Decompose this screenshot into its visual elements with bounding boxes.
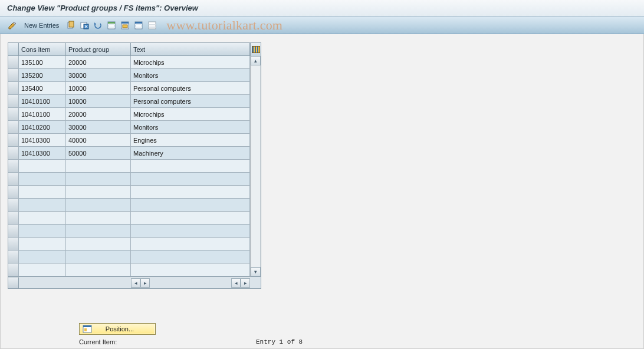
cell-cons-item[interactable]: 10410200 (19, 121, 66, 134)
cell-text[interactable]: Monitors (131, 69, 250, 82)
cell-cons-item[interactable]: 10410100 (19, 95, 66, 108)
cell-text[interactable]: Engines (131, 134, 250, 147)
table-footer: ◂ ▸ ◂ ▸ (8, 276, 261, 288)
undo-icon[interactable] (91, 19, 104, 32)
column-header-text[interactable]: Text (131, 43, 250, 56)
cell-product-group[interactable]: 20000 (66, 108, 131, 121)
row-selector[interactable] (8, 69, 19, 82)
cell-text[interactable] (131, 160, 250, 173)
cell-product-group[interactable] (66, 212, 131, 225)
cell-cons-item[interactable] (19, 173, 66, 186)
hscroll-left-fast-icon[interactable]: ◂ (131, 278, 140, 288)
cell-product-group[interactable] (66, 238, 131, 251)
cell-text[interactable]: Personal computers (131, 95, 250, 108)
cell-text[interactable]: Machinery (131, 147, 250, 160)
table-row (8, 173, 250, 186)
cell-product-group[interactable] (66, 186, 131, 199)
row-selector[interactable] (8, 121, 19, 134)
cell-cons-item[interactable] (19, 199, 66, 212)
cell-text[interactable]: Microchips (131, 108, 250, 121)
column-header-product-group[interactable]: Product group (66, 43, 131, 56)
cell-product-group[interactable]: 20000 (66, 56, 131, 69)
cell-product-group[interactable]: 30000 (66, 121, 131, 134)
cell-text[interactable] (131, 251, 250, 264)
select-block-icon[interactable] (119, 19, 132, 32)
row-selector[interactable] (8, 173, 19, 186)
cell-cons-item[interactable] (19, 160, 66, 173)
scroll-track[interactable] (251, 65, 261, 267)
cell-cons-item[interactable]: 10410100 (19, 108, 66, 121)
cell-product-group[interactable] (66, 251, 131, 264)
cell-text[interactable]: Monitors (131, 121, 250, 134)
select-all-icon[interactable] (105, 19, 118, 32)
copy-as-icon[interactable] (64, 19, 77, 32)
row-selector[interactable] (8, 264, 19, 276)
cell-cons-item[interactable]: 10410300 (19, 134, 66, 147)
cell-cons-item[interactable]: 10410300 (19, 147, 66, 160)
row-selector[interactable] (8, 82, 19, 95)
cell-cons-item[interactable] (19, 186, 66, 199)
select-all-column[interactable] (8, 43, 19, 56)
row-selector[interactable] (8, 56, 19, 69)
cell-cons-item[interactable] (19, 238, 66, 251)
content-area: Cons item Product group Text 13510020000… (0, 34, 644, 349)
table-row: 13540010000Personal computers (8, 82, 250, 95)
position-button[interactable]: Position... (79, 323, 156, 335)
cell-text[interactable] (131, 186, 250, 199)
table-configure-button[interactable] (250, 43, 261, 56)
row-selector[interactable] (8, 108, 19, 121)
hscroll-right-icon[interactable]: ◂ (231, 278, 241, 288)
cell-product-group[interactable] (66, 199, 131, 212)
cell-text[interactable] (131, 212, 250, 225)
cell-product-group[interactable]: 50000 (66, 147, 131, 160)
vertical-scrollbar[interactable]: ▴ ▾ (250, 56, 261, 276)
cell-product-group[interactable] (66, 225, 131, 238)
row-selector[interactable] (8, 147, 19, 160)
row-selector[interactable] (8, 199, 19, 212)
row-selector[interactable] (8, 160, 19, 173)
cell-cons-item[interactable] (19, 264, 66, 276)
cell-text[interactable] (131, 225, 250, 238)
position-area: Position... Current Item: Entry 1 of 8 (79, 323, 303, 345)
cell-cons-item[interactable] (19, 251, 66, 264)
cell-cons-item[interactable] (19, 212, 66, 225)
application-toolbar: New Entries www.tutorialkart.com (0, 17, 644, 34)
hscroll-left-icon[interactable]: ▸ (140, 278, 150, 288)
cell-text[interactable] (131, 238, 250, 251)
cell-product-group[interactable]: 40000 (66, 134, 131, 147)
cell-product-group[interactable]: 10000 (66, 95, 131, 108)
cell-product-group[interactable]: 30000 (66, 69, 131, 82)
hscroll-right-fast-icon[interactable]: ▸ (241, 278, 250, 288)
position-button-label: Position... (95, 325, 155, 332)
cell-text[interactable] (131, 199, 250, 212)
scroll-up-icon[interactable]: ▴ (251, 56, 261, 65)
cell-text[interactable] (131, 173, 250, 186)
row-selector[interactable] (8, 238, 19, 251)
cell-text[interactable]: Microchips (131, 56, 250, 69)
cell-cons-item[interactable]: 135400 (19, 82, 66, 95)
deselect-all-icon[interactable] (132, 19, 145, 32)
delete-icon[interactable] (78, 19, 91, 32)
cell-text[interactable]: Personal computers (131, 82, 250, 95)
row-selector[interactable] (8, 225, 19, 238)
position-icon (82, 325, 93, 333)
cell-cons-item[interactable]: 135100 (19, 56, 66, 69)
row-selector[interactable] (8, 186, 19, 199)
cell-product-group[interactable]: 10000 (66, 82, 131, 95)
cell-text[interactable] (131, 264, 250, 276)
toggle-change-icon[interactable] (6, 19, 19, 32)
new-entries-button[interactable]: New Entries (19, 19, 64, 32)
svg-rect-14 (135, 27, 142, 28)
row-selector[interactable] (8, 251, 19, 264)
column-header-cons-item[interactable]: Cons item (19, 43, 66, 56)
print-icon[interactable] (146, 19, 159, 32)
cell-cons-item[interactable]: 135200 (19, 69, 66, 82)
cell-product-group[interactable] (66, 264, 131, 276)
cell-product-group[interactable] (66, 173, 131, 186)
row-selector[interactable] (8, 134, 19, 147)
row-selector[interactable] (8, 95, 19, 108)
cell-cons-item[interactable] (19, 225, 66, 238)
row-selector[interactable] (8, 212, 19, 225)
scroll-down-icon[interactable]: ▾ (251, 267, 261, 276)
cell-product-group[interactable] (66, 160, 131, 173)
